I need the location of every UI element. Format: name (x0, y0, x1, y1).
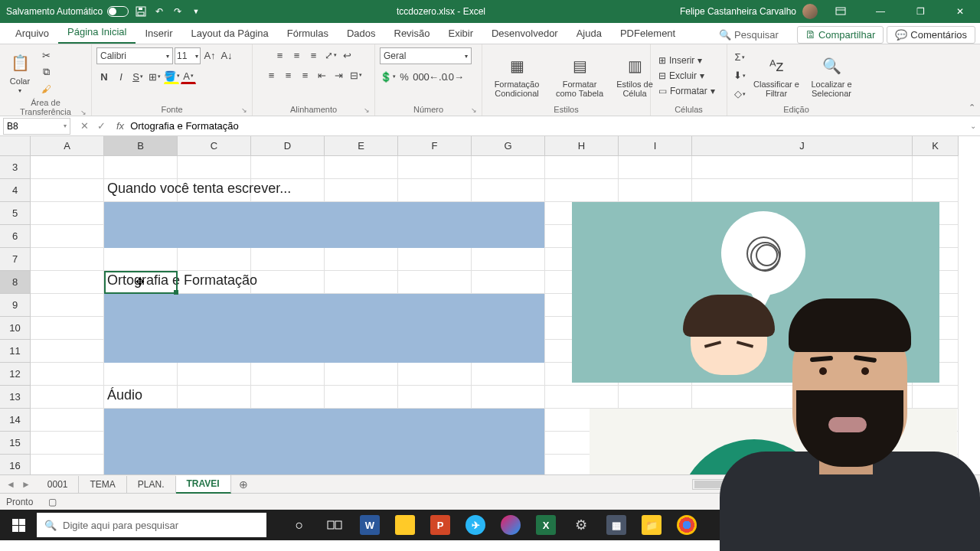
fill-color-icon[interactable]: 🪣▾ (164, 69, 179, 84)
qat-dropdown-icon[interactable]: ▼ (190, 5, 202, 18)
percent-icon[interactable]: % (397, 69, 412, 84)
font-color-icon[interactable]: A▾ (181, 69, 196, 84)
increase-font-icon[interactable]: A↑ (202, 47, 217, 63)
taskbar-word-icon[interactable]: W (352, 510, 387, 540)
row-header-11[interactable]: 11 (0, 340, 31, 363)
align-left-icon[interactable]: ≡ (264, 67, 279, 83)
cancel-formula-icon[interactable]: ✕ (77, 120, 92, 132)
start-button[interactable] (0, 510, 37, 540)
col-header-d[interactable]: D (251, 136, 325, 156)
undo-icon[interactable]: ↶ (153, 5, 165, 18)
tab-exibir[interactable]: Exibir (439, 24, 482, 44)
username-label[interactable]: Felipe Castanheira Carvalho (680, 6, 796, 17)
clear-icon[interactable]: ◇▾ (732, 86, 747, 102)
row-header-16[interactable]: 16 (0, 455, 31, 474)
tab-dados[interactable]: Dados (338, 24, 385, 44)
share-button[interactable]: 🖺 Compartilhar (797, 26, 884, 44)
taskbar-search[interactable]: 🔍 Digite aqui para pesquisar (37, 513, 266, 537)
cell-b8[interactable]: Ortografia e Formatação (104, 271, 260, 290)
minimize-icon[interactable]: — (864, 0, 897, 23)
tab-layout[interactable]: Layout da Página (182, 24, 278, 44)
conditional-formatting-button[interactable]: ▦Formatação Condicional (487, 52, 547, 99)
row-header-3[interactable]: 3 (0, 156, 31, 179)
sheet-tab-tema[interactable]: TEMA (79, 476, 126, 493)
maximize-icon[interactable]: ❐ (903, 0, 937, 23)
cut-icon[interactable]: ✂ (38, 47, 54, 63)
font-size-selector[interactable]: 11▾ (175, 47, 201, 64)
col-header-c[interactable]: C (178, 136, 251, 156)
redo-icon[interactable]: ↷ (172, 5, 184, 18)
tab-formulas[interactable]: Fórmulas (278, 24, 338, 44)
tab-revisao[interactable]: Revisão (385, 24, 439, 44)
cell-b4[interactable]: Quando você tenta escrever... (104, 179, 294, 198)
comma-icon[interactable]: 000 (413, 69, 429, 84)
fx-icon[interactable]: fx (112, 120, 129, 132)
font-launcher-icon[interactable]: ↘ (241, 106, 247, 114)
delete-cells-button[interactable]: ⊟Excluir ▾ (655, 70, 718, 82)
row-header-8[interactable]: 8 (0, 271, 31, 294)
taskbar-explorer-icon[interactable]: 📁 (634, 510, 669, 540)
row-header-15[interactable]: 15 (0, 432, 31, 455)
macro-record-icon[interactable]: ▢ (48, 497, 57, 507)
expand-formula-icon[interactable]: ⌄ (966, 122, 980, 130)
format-painter-icon[interactable]: 🖌 (38, 81, 54, 96)
taskbar-telegram-icon[interactable]: ✈ (458, 510, 493, 540)
col-header-h[interactable]: H (545, 136, 619, 156)
font-name-selector[interactable]: Calibri▾ (96, 47, 173, 64)
row-header-7[interactable]: 7 (0, 248, 31, 271)
sheet-tab-0001[interactable]: 0001 (37, 476, 80, 493)
task-view-icon[interactable] (317, 510, 352, 540)
sheet-tab-travei[interactable]: TRAVEI (176, 475, 231, 494)
add-sheet-icon[interactable]: ⊕ (231, 478, 256, 491)
border-icon[interactable]: ⊞▾ (147, 69, 162, 84)
sheet-nav-prev-icon[interactable]: ◄ (6, 479, 15, 490)
close-icon[interactable]: ✕ (943, 0, 977, 23)
tab-inserir[interactable]: Inserir (136, 24, 181, 44)
autosave-toggle[interactable]: Salvamento Automático (6, 6, 129, 17)
decrease-decimal-icon[interactable]: .0→ (447, 69, 462, 84)
paste-button[interactable]: 📋 Colar ▾ (5, 49, 35, 96)
row-header-10[interactable]: 10 (0, 317, 31, 340)
taskbar-settings-icon[interactable]: ⚙ (564, 510, 599, 540)
enter-formula-icon[interactable]: ✓ (93, 120, 109, 132)
wrap-text-icon[interactable]: ↩ (340, 47, 355, 63)
taskbar-calculator-icon[interactable]: ▦ (599, 510, 634, 540)
row-header-5[interactable]: 5 (0, 202, 31, 225)
align-bottom-icon[interactable]: ≡ (306, 47, 322, 63)
orientation-icon[interactable]: ⤢▾ (323, 47, 338, 63)
tab-pdfelement[interactable]: PDFelement (611, 24, 684, 44)
format-cells-button[interactable]: ▭Formatar ▾ (655, 85, 718, 97)
toggle-switch[interactable] (107, 6, 129, 17)
user-avatar[interactable] (802, 4, 818, 19)
decrease-font-icon[interactable]: A↓ (219, 47, 234, 63)
tab-arquivo[interactable]: Arquivo (6, 24, 58, 44)
copy-icon[interactable]: ⧉ (38, 64, 54, 80)
select-all-triangle[interactable] (0, 136, 31, 156)
merge-icon[interactable]: ⊟▾ (348, 67, 364, 83)
sort-filter-button[interactable]: ᴬzClassificar e Filtrar (750, 52, 802, 99)
col-header-e[interactable]: E (325, 136, 398, 156)
italic-button[interactable]: I (113, 69, 129, 84)
insert-cells-button[interactable]: ⊞Inserir ▾ (655, 54, 718, 67)
tab-desenvolvedor[interactable]: Desenvolvedor (482, 24, 567, 44)
fill-icon[interactable]: ⬇▾ (732, 68, 747, 83)
row-header-12[interactable]: 12 (0, 363, 31, 386)
cortana-icon[interactable]: ○ (282, 510, 317, 540)
format-as-table-button[interactable]: ▤Formatar como Tabela (550, 52, 609, 99)
sheet-nav-next-icon[interactable]: ► (21, 479, 31, 490)
formula-input[interactable]: Ortografia e Formatação (129, 119, 966, 133)
underline-button[interactable]: S▾ (130, 69, 145, 84)
taskbar-chrome-icon[interactable] (669, 510, 704, 540)
clipboard-launcher-icon[interactable]: ↘ (80, 109, 87, 116)
name-box[interactable]: B8▾ (3, 118, 70, 135)
col-header-k[interactable]: K (913, 136, 959, 156)
align-center-icon[interactable]: ≡ (281, 67, 296, 83)
col-header-j[interactable]: J (692, 136, 913, 156)
taskbar-sticky-icon[interactable] (387, 510, 423, 540)
row-header-6[interactable]: 6 (0, 225, 31, 248)
comments-button[interactable]: 💬 Comentários (887, 26, 975, 44)
increase-decimal-icon[interactable]: ←.0 (430, 69, 446, 84)
align-right-icon[interactable]: ≡ (298, 67, 313, 83)
taskbar-app-icon[interactable] (493, 510, 528, 540)
bold-button[interactable]: N (96, 69, 112, 84)
